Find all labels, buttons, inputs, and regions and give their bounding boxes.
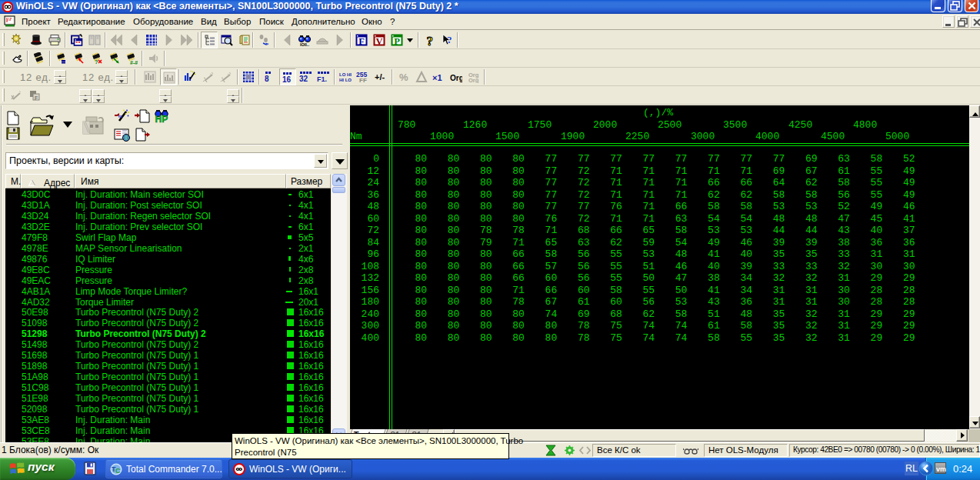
svg-text:F: F [358,36,365,46]
svg-text:?: ? [427,34,434,46]
svg-text:LO HI: LO HI [339,72,352,77]
svg-text:F: F [35,95,38,101]
svg-text:F1.: F1. [317,75,327,83]
svg-text:?: ? [95,58,98,65]
svg-text:ia: ia [118,114,123,118]
svg-text:16: 16 [282,75,292,84]
svg-text:V: V [375,36,382,46]
svg-text:HI LO: HI LO [339,78,352,82]
svg-text:P: P [394,36,400,46]
svg-text:%: % [399,72,408,83]
svg-text:×1: ×1 [432,73,442,82]
svg-text:Org: Org [468,77,479,83]
svg-text:+/-: +/- [375,72,385,82]
svg-text:HP: HP [155,114,168,124]
svg-text:8: 8 [265,75,269,83]
svg-text:32: 32 [299,75,308,83]
svg-text:Org: Org [450,74,462,82]
svg-text:#-#: #-# [130,60,138,65]
svg-text:FF: FF [359,77,367,83]
svg-text:C: C [115,467,121,475]
svg-text:IOII..: IOII.. [300,42,309,47]
